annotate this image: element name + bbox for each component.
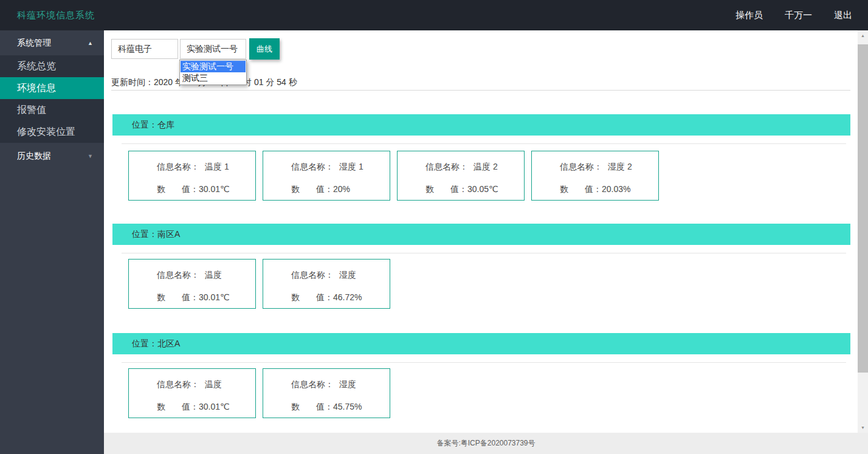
divider xyxy=(122,143,846,144)
value-label: 值： xyxy=(450,184,467,194)
info-name-label: 信息名称： xyxy=(560,162,602,171)
main-content: 科蕴电子 实验测试一号 曲线 实验测试一号 测试三 更新时间：2020 年 05… xyxy=(104,30,858,433)
value-label: 数 xyxy=(157,184,165,194)
sensor-card: 信息名称：湿度 数值：45.75% xyxy=(263,368,390,418)
sensor-card: 信息名称：温度 1 数值：30.01℃ xyxy=(128,151,256,201)
device-select[interactable]: 实验测试一号 xyxy=(180,39,246,59)
vertical-scrollbar[interactable]: ▲ ▼ xyxy=(858,30,868,433)
info-name-label: 信息名称： xyxy=(291,162,334,171)
top-navbar: 科蕴环境信息系统 操作员 千万一 退出 xyxy=(0,0,868,30)
value-label: 数 xyxy=(560,184,568,194)
info-name-label: 信息名称： xyxy=(157,270,199,280)
cards-row: 信息名称：温度 数值：30.01℃ 信息名称：湿度 数值：45.75% xyxy=(128,368,390,418)
info-name-label: 信息名称： xyxy=(157,162,199,171)
sensor-name: 温度 xyxy=(205,270,222,280)
sensor-value: 20.03% xyxy=(602,184,630,194)
sidebar-item-label: 报警值 xyxy=(17,104,46,117)
sensor-value: 45.75% xyxy=(333,402,362,411)
sensor-value: 30.05℃ xyxy=(467,184,498,194)
sidebar-item-label: 系统总览 xyxy=(17,60,56,73)
value-label: 数 xyxy=(291,184,300,194)
dropdown-option[interactable]: 测试三 xyxy=(181,72,246,84)
location-header-south-a: 位置：南区A xyxy=(112,224,850,245)
value-label: 值： xyxy=(182,292,199,302)
scrollbar-thumb[interactable] xyxy=(858,44,868,373)
chevron-up-icon: ▲ xyxy=(88,40,93,46)
sensor-card: 信息名称：温度 数值：30.01℃ xyxy=(128,368,256,418)
sidebar-item-system-management[interactable]: 系统管理 ▲ xyxy=(0,30,104,55)
value-label: 数 xyxy=(425,184,434,194)
sensor-value: 30.01℃ xyxy=(199,292,230,302)
sidebar-item-history-data[interactable]: 历史数据 ▼ xyxy=(0,144,104,168)
operator-role-label: 操作员 xyxy=(735,10,763,21)
info-name-label: 信息名称： xyxy=(291,270,334,280)
app-title: 科蕴环境信息系统 xyxy=(17,10,95,21)
dropdown-option[interactable]: 实验测试一号 xyxy=(181,61,246,72)
sidebar-item-modify-install-location[interactable]: 修改安装位置 xyxy=(0,121,104,143)
sensor-name: 湿度 1 xyxy=(339,162,363,171)
chevron-down-icon: ▼ xyxy=(88,153,93,159)
sidebar-item-label: 环境信息 xyxy=(17,82,56,95)
company-select[interactable]: 科蕴电子 xyxy=(111,39,178,59)
cards-row: 信息名称：温度 数值：30.01℃ 信息名称：湿度 数值：46.72% xyxy=(128,259,390,309)
sensor-name: 温度 1 xyxy=(205,162,229,171)
cards-row: 信息名称：温度 1 数值：30.01℃ 信息名称：湿度 1 数值：20% 信息名… xyxy=(128,151,659,201)
logout-button[interactable]: 退出 xyxy=(834,10,852,21)
info-name-label: 信息名称： xyxy=(425,162,468,171)
sidebar-item-label: 系统管理 xyxy=(17,38,51,49)
value-label: 数 xyxy=(157,402,165,411)
value-label: 数 xyxy=(291,292,300,302)
sensor-card: 信息名称：温度 2 数值：30.05℃ xyxy=(397,151,525,201)
sensor-name: 湿度 xyxy=(339,379,356,389)
sensor-value: 30.01℃ xyxy=(199,402,230,411)
scroll-up-icon[interactable]: ▲ xyxy=(858,30,868,41)
value-label: 值： xyxy=(316,402,333,411)
device-select-dropdown: 实验测试一号 测试三 xyxy=(179,60,247,85)
divider xyxy=(122,253,846,253)
sensor-name: 湿度 2 xyxy=(608,162,632,171)
value-label: 数 xyxy=(291,402,300,411)
info-name-label: 信息名称： xyxy=(157,379,199,389)
navbar-right: 操作员 千万一 退出 xyxy=(735,0,852,30)
sensor-value: 46.72% xyxy=(333,292,362,302)
sidebar-submenu: 系统总览 环境信息 报警值 修改安装位置 xyxy=(0,55,104,143)
divider xyxy=(111,90,850,91)
sidebar-item-label: 历史数据 xyxy=(17,151,51,162)
sidebar-item-alarm-value[interactable]: 报警值 xyxy=(0,99,104,121)
value-label: 值： xyxy=(585,184,602,194)
sensor-card: 信息名称：湿度 数值：46.72% xyxy=(263,259,390,309)
value-label: 数 xyxy=(157,292,165,302)
sidebar-item-label: 修改安装位置 xyxy=(17,126,75,139)
sidebar-item-system-overview[interactable]: 系统总览 xyxy=(0,55,104,77)
sensor-name: 温度 2 xyxy=(474,162,498,171)
sidebar: 系统管理 ▲ 系统总览 环境信息 报警值 修改安装位置 历史数据 ▼ xyxy=(0,30,104,454)
sensor-value: 20% xyxy=(333,184,350,194)
value-label: 值： xyxy=(316,184,333,194)
sensor-name: 湿度 xyxy=(339,270,356,280)
sidebar-item-environment-info[interactable]: 环境信息 xyxy=(0,77,104,99)
sensor-card: 信息名称：湿度 2 数值：20.03% xyxy=(531,151,659,201)
sensor-name: 温度 xyxy=(205,379,222,389)
location-header-warehouse: 位置：仓库 xyxy=(112,114,850,136)
footer-icp-record: 备案号:粤ICP备2020073739号 xyxy=(104,433,868,454)
value-label: 值： xyxy=(316,292,333,302)
divider xyxy=(122,362,846,363)
location-header-north-a: 位置：北区A xyxy=(112,333,850,354)
value-label: 值： xyxy=(182,402,199,411)
sensor-card: 信息名称：温度 数值：30.01℃ xyxy=(128,259,256,309)
info-name-label: 信息名称： xyxy=(291,379,334,389)
username-menu[interactable]: 千万一 xyxy=(785,10,812,21)
scroll-down-icon[interactable]: ▼ xyxy=(858,422,868,433)
sensor-value: 30.01℃ xyxy=(199,184,230,194)
app-window: 科蕴环境信息系统 操作员 千万一 退出 系统管理 ▲ 系统总览 环境信息 报警值… xyxy=(0,0,868,454)
value-label: 值： xyxy=(182,184,199,194)
curve-button[interactable]: 曲线 xyxy=(249,38,280,60)
sensor-card: 信息名称：湿度 1 数值：20% xyxy=(263,151,390,201)
